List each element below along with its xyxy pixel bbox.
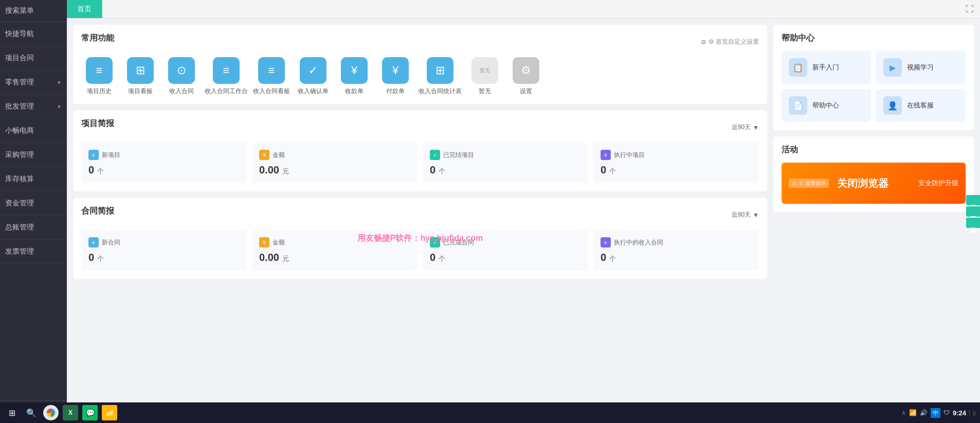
taskbar: ⊞ 🔍 X 💬 📁 ∧ 📶 🔊 中 🛡 9:24 ▯ xyxy=(0,402,980,423)
func-icon-income-workbench: ≡ xyxy=(213,57,240,84)
sidebar-item-wholesale[interactable]: 批发管理 ▼ xyxy=(0,95,67,119)
help-grid: 📋 新手入门 ▶ 视频学习 📄 帮助中心 👤 xyxy=(782,51,966,122)
tab-home[interactable]: 首页 xyxy=(67,0,102,18)
func-icon-empty: 暂无 xyxy=(471,57,498,84)
sidebar-item-ecommerce[interactable]: 小畅电商 xyxy=(0,119,67,143)
taskbar-left: ⊞ 🔍 X 💬 📁 xyxy=(4,405,117,420)
service-community-button[interactable]: 服务社区 xyxy=(966,206,980,217)
taskbar-volume-icon: 🔊 xyxy=(920,409,928,416)
completed-contract-icon: ✓ xyxy=(430,237,440,248)
func-icon-income-confirm: ✓ xyxy=(300,57,326,84)
func-item-income-kanban[interactable]: ≡ 收入合同看板 xyxy=(253,57,290,96)
stat-new-project: ≡ 新项目 0 个 xyxy=(81,143,247,183)
sidebar-item-funds[interactable]: 资金管理 xyxy=(0,191,67,216)
tab-bar: 首页 ⛶ xyxy=(67,0,980,19)
activity-card: 活动 ⚠ ⚠ 温警提示 关闭浏览器 安全防护升级 xyxy=(773,136,974,212)
stat-active-income-contract: ≡ 执行中的收入合同 0 个 xyxy=(593,230,759,271)
main-content: 常用功能 ⚙ ⚙ 首页自定义设置 ≡ 项目历史 ⊞ 项目看 xyxy=(67,19,980,417)
contract-brief-card: 合同简报 近90天 ▼ 用友畅捷P软件：hyc.bjufida.com ≡ 新合… xyxy=(73,198,767,279)
func-item-settings[interactable]: ⚙ 设置 xyxy=(508,57,544,96)
func-item-income-stats[interactable]: ⊞ 收入合同统计表 xyxy=(419,57,462,96)
taskbar-icon-arrow[interactable]: ∧ xyxy=(901,409,906,416)
chevron-down-icon: ▼ xyxy=(753,212,759,219)
stat-new-contract: ≡ 新合同 0 个 xyxy=(81,230,247,271)
func-item-income-workbench[interactable]: ≡ 收入合同工作台 xyxy=(205,57,248,96)
chevron-right-icon: ▼ xyxy=(57,80,62,85)
taskbar-excel[interactable]: X xyxy=(63,405,78,420)
left-panel: 常用功能 ⚙ ⚙ 首页自定义设置 ≡ 项目历史 ⊞ 项目看 xyxy=(73,25,767,411)
sidebar: 搜索菜单 快捷导航 项目合同 零售管理 ▼ 批发管理 ▼ 小畅电商 采购管理 库… xyxy=(0,0,67,423)
sidebar-item-purchase[interactable]: 采购管理 xyxy=(0,143,67,167)
taskbar-show-desktop[interactable]: ▯ xyxy=(969,410,976,416)
activity-title: 活动 xyxy=(782,145,966,155)
func-item-empty: 暂无 暂无 xyxy=(467,57,503,96)
help-center-card: 帮助中心 📋 新手入门 ▶ 视频学习 📄 帮助中心 xyxy=(773,25,974,130)
func-icon-payment: ¥ xyxy=(382,57,409,84)
taskbar-files[interactable]: 📁 xyxy=(102,405,117,420)
search-taskbar-button[interactable]: 🔍 xyxy=(24,405,39,420)
desktop-shortcut-button[interactable]: 桌面快捷 xyxy=(966,218,980,228)
func-icon-receipt: ¥ xyxy=(341,57,368,84)
right-panel: 帮助中心 📋 新手入门 ▶ 视频学习 📄 帮助中心 xyxy=(773,25,974,411)
customer-service-button[interactable]: 客服热线 xyxy=(966,195,980,205)
right-sidebar: 客服热线 服务社区 桌面快捷 xyxy=(966,195,980,228)
sidebar-item-ledger[interactable]: 总账管理 xyxy=(0,216,67,240)
func-item-income-contract[interactable]: ⊙ 收入合同 xyxy=(164,57,199,96)
sidebar-item-project-contract[interactable]: 项目合同 xyxy=(0,46,67,70)
amount-icon: ¥ xyxy=(259,150,269,160)
func-item-receipt[interactable]: ¥ 收款单 xyxy=(336,57,372,96)
maximize-button[interactable]: ⛶ xyxy=(959,0,980,18)
help-item-helpcenter[interactable]: 📄 帮助中心 xyxy=(782,89,871,122)
common-functions-title: 常用功能 xyxy=(81,33,114,44)
common-functions-card: 常用功能 ⚙ ⚙ 首页自定义设置 ≡ 项目历史 ⊞ 项目看 xyxy=(73,25,767,104)
taskbar-lang[interactable]: 中 xyxy=(931,408,940,418)
taskbar-chrome[interactable] xyxy=(43,405,59,420)
contract-period-selector[interactable]: 近90天 ▼ xyxy=(732,210,759,219)
func-item-payment[interactable]: ¥ 付款单 xyxy=(377,57,413,96)
content-area: 首页 ⛶ 常用功能 ⚙ ⚙ 首页自定义设置 xyxy=(67,0,980,423)
project-brief-title: 项目简报 xyxy=(81,118,114,129)
func-icon-project-kanban: ⊞ xyxy=(127,57,154,84)
start-button[interactable]: ⊞ xyxy=(4,405,20,420)
new-project-icon: ≡ xyxy=(88,150,99,160)
help-item-video[interactable]: ▶ 视频学习 xyxy=(876,51,966,84)
help-item-beginner[interactable]: 📋 新手入门 xyxy=(782,51,871,84)
common-functions-header: 常用功能 ⚙ ⚙ 首页自定义设置 xyxy=(81,33,759,51)
completed-icon: ✓ xyxy=(430,150,440,160)
func-grid: ≡ 项目历史 ⊞ 项目看板 ⊙ 收入合同 ≡ 收 xyxy=(81,57,759,96)
project-brief-card: 项目简报 近90天 ▼ ≡ 新项目 xyxy=(73,110,767,191)
active-project-icon: ≡ xyxy=(601,150,611,160)
beginner-icon: 📋 xyxy=(789,58,807,77)
stat-completed-contract: ✓ 已完成合同 0 个 xyxy=(423,230,588,271)
func-item-income-confirm[interactable]: ✓ 收入确认单 xyxy=(295,57,331,96)
chevron-right-icon: ▼ xyxy=(57,104,62,110)
activity-banner[interactable]: ⚠ ⚠ 温警提示 关闭浏览器 安全防护升级 xyxy=(782,163,966,204)
func-icon-settings: ⚙ xyxy=(513,57,539,84)
sidebar-item-inventory[interactable]: 库存核算 xyxy=(0,167,67,191)
func-item-project-kanban[interactable]: ⊞ 项目看板 xyxy=(122,57,158,96)
func-icon-income-stats: ⊞ xyxy=(427,57,453,84)
func-icon-income-contract: ⊙ xyxy=(168,57,195,84)
taskbar-network-icon: 📶 xyxy=(909,409,917,416)
new-contract-icon: ≡ xyxy=(88,237,99,248)
warning-badge: ⚠ ⚠ 温警提示 xyxy=(789,179,829,188)
project-period-selector[interactable]: 近90天 ▼ xyxy=(732,123,759,132)
active-income-icon: ≡ xyxy=(601,237,611,248)
taskbar-wechat[interactable]: 💬 xyxy=(82,405,98,420)
sidebar-item-retail[interactable]: 零售管理 ▼ xyxy=(0,70,67,95)
help-item-online-service[interactable]: 👤 在线客服 xyxy=(876,89,966,122)
banner-right: 安全防护升级 xyxy=(918,179,958,188)
contract-amount-icon: ¥ xyxy=(259,237,269,248)
func-item-project-history[interactable]: ≡ 项目历史 xyxy=(81,57,117,96)
banner-title: 关闭浏览器 xyxy=(837,177,888,190)
func-icon-project-history: ≡ xyxy=(86,57,113,84)
sidebar-item-invoice[interactable]: 发票管理 xyxy=(0,240,67,264)
stat-completed-project: ✓ 已完结项目 0 个 xyxy=(423,143,588,183)
sidebar-item-quicknav[interactable]: 快捷导航 xyxy=(0,22,67,46)
contract-brief-header: 合同简报 近90天 ▼ xyxy=(81,206,759,224)
gear-icon: ⚙ xyxy=(701,39,706,46)
contract-brief-title: 合同简报 xyxy=(81,206,114,217)
sidebar-search[interactable]: 搜索菜单 xyxy=(0,0,67,22)
chevron-down-icon: ▼ xyxy=(753,124,759,131)
homepage-settings-link[interactable]: ⚙ ⚙ 首页自定义设置 xyxy=(701,38,759,46)
